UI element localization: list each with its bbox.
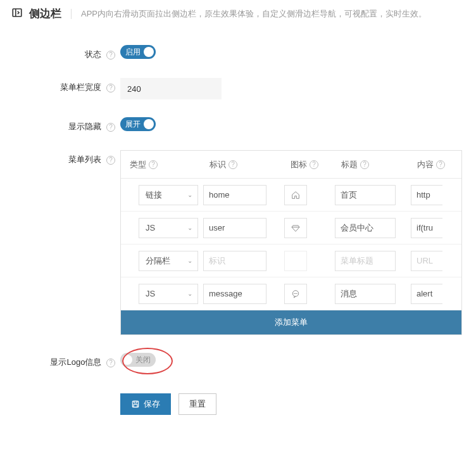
svg-point-4 — [296, 293, 296, 294]
th-icon: 图标 — [291, 159, 307, 170]
label-show-logo: 显示Logo信息 — [50, 357, 101, 367]
help-icon[interactable]: ? — [106, 51, 115, 60]
chevron-down-icon: ⌄ — [187, 224, 192, 231]
type-select[interactable]: JS ⌄ — [139, 284, 198, 304]
help-icon[interactable]: ? — [360, 160, 369, 169]
help-icon[interactable]: ? — [436, 160, 445, 169]
reset-button[interactable]: 重置 — [178, 393, 216, 415]
menu-width-input[interactable] — [120, 78, 222, 99]
title-input[interactable] — [335, 185, 396, 205]
reset-button-label: 重置 — [189, 398, 206, 410]
icon-picker[interactable] — [284, 185, 307, 205]
toggle-knob — [144, 119, 154, 129]
page-title: 侧边栏 — [29, 6, 61, 21]
label-status: 状态 — [85, 49, 101, 59]
save-button[interactable]: 保存 — [120, 393, 171, 415]
type-select[interactable]: 链接 ⌄ — [139, 185, 198, 205]
id-input[interactable] — [203, 284, 266, 304]
svg-rect-8 — [134, 405, 137, 407]
toggle-knob — [144, 47, 154, 57]
menu-table: 类型? 标识? 图标? 标题? 内容? 链接 ⌄ — [120, 150, 462, 335]
svg-rect-7 — [134, 401, 137, 403]
add-menu-button[interactable]: 添加菜单 — [121, 310, 461, 334]
select-value: 链接 — [146, 189, 162, 201]
help-icon[interactable]: ? — [310, 160, 318, 169]
show-logo-toggle[interactable]: 关闭 — [120, 353, 156, 367]
table-row: 链接 ⌄ — [121, 179, 461, 212]
diamond-icon — [291, 223, 301, 233]
chat-icon — [291, 289, 301, 299]
content-input[interactable] — [411, 218, 442, 238]
th-id: 标识 — [210, 159, 226, 170]
save-icon — [131, 400, 140, 409]
svg-rect-0 — [13, 9, 22, 16]
sidebar-page-icon — [11, 7, 23, 20]
title-input — [335, 251, 396, 271]
content-input[interactable] — [411, 185, 442, 205]
title-input[interactable] — [335, 218, 396, 238]
save-button-label: 保存 — [144, 398, 160, 410]
toggle-knob — [122, 355, 132, 365]
icon-picker[interactable] — [284, 218, 307, 238]
help-icon[interactable]: ? — [106, 359, 115, 367]
home-icon — [291, 190, 301, 200]
id-input[interactable] — [203, 218, 266, 238]
type-select[interactable]: JS ⌄ — [139, 218, 198, 238]
th-title: 标题 — [341, 159, 358, 170]
toggle-text-close: 关闭 — [135, 355, 151, 365]
select-value: 分隔栏 — [146, 255, 170, 267]
toggle-text-enable: 启用 — [125, 47, 141, 58]
help-icon[interactable]: ? — [106, 123, 115, 132]
table-row: JS ⌄ — [121, 277, 461, 310]
content-input — [411, 251, 442, 271]
help-icon[interactable]: ? — [149, 160, 158, 169]
label-menu-width: 菜单栏宽度 — [60, 82, 101, 92]
table-row: JS ⌄ — [121, 212, 461, 245]
id-input[interactable] — [203, 185, 266, 205]
label-show-hide: 显示隐藏 — [68, 122, 101, 131]
title-input[interactable] — [335, 284, 396, 304]
chevron-down-icon: ⌄ — [187, 290, 192, 297]
th-content: 内容 — [417, 159, 434, 170]
th-type: 类型 — [130, 159, 146, 170]
type-select[interactable]: 分隔栏 ⌄ — [139, 251, 198, 271]
show-hide-toggle[interactable]: 展开 — [120, 117, 156, 131]
table-row: 分隔栏 ⌄ — [121, 245, 461, 277]
svg-point-5 — [297, 293, 298, 294]
select-value: JS — [146, 223, 155, 232]
help-icon[interactable]: ? — [229, 160, 237, 169]
chevron-down-icon: ⌄ — [187, 191, 192, 198]
label-menu-list: 菜单列表 — [68, 155, 101, 164]
header-divider — [71, 9, 72, 19]
page-description: APP内向右滑动页面拉出侧边栏，原生效果体验，自定义侧滑边栏导航，可视配置，实时… — [81, 8, 427, 20]
icon-picker[interactable] — [284, 284, 307, 304]
status-toggle[interactable]: 启用 — [120, 45, 156, 59]
id-input — [203, 251, 266, 271]
icon-picker — [284, 251, 307, 271]
toggle-text-expand: 展开 — [125, 119, 141, 130]
help-icon[interactable]: ? — [106, 84, 115, 92]
svg-point-3 — [294, 293, 295, 294]
content-input[interactable] — [411, 284, 442, 304]
help-icon[interactable]: ? — [106, 156, 115, 165]
select-value: JS — [146, 289, 155, 298]
chevron-down-icon: ⌄ — [187, 257, 192, 264]
